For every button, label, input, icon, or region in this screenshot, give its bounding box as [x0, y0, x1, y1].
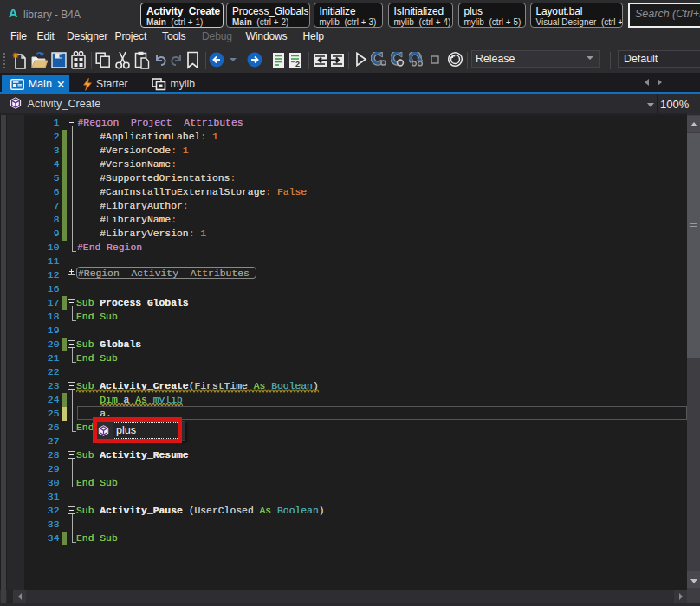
svg-text:2: 2 — [295, 60, 300, 68]
